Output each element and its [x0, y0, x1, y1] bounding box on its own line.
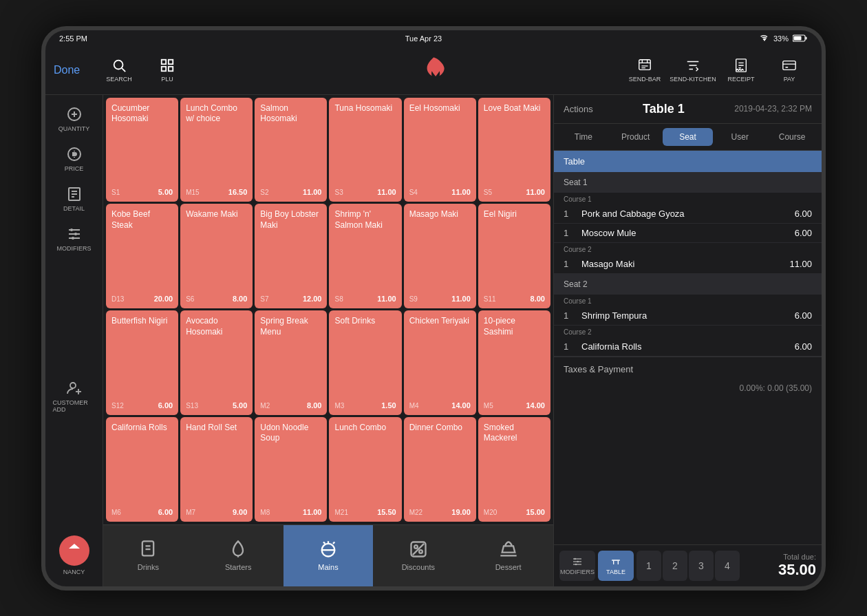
send-bar-item[interactable]: SEND-BAR — [621, 50, 669, 91]
menu-item[interactable]: Cucumber Hosomaki S1 5.00 — [106, 98, 178, 202]
menu-item[interactable]: Big Boy Lobster Maki S7 12.00 — [255, 204, 327, 308]
tab-time[interactable]: Time — [558, 128, 609, 146]
menu-item[interactable]: Kobe Beef Steak D13 20.00 — [106, 204, 178, 308]
order-name: Shrimp Tempura — [581, 310, 795, 321]
detail-item[interactable]: DETAIL — [50, 180, 98, 217]
menu-item-name: Lunch Combo w/ choice — [186, 103, 247, 186]
tab-product[interactable]: Product — [610, 128, 661, 146]
svg-rect-39 — [142, 541, 153, 555]
order-line[interactable]: 1 Moscow Mule 6.00 — [554, 224, 822, 243]
order-line[interactable]: 1 Shrimp Tempura 6.00 — [554, 306, 822, 326]
price-item[interactable]: PRICE — [50, 140, 98, 178]
category-starters[interactable]: Starters — [193, 525, 283, 586]
menu-item[interactable]: Udon Noodle Soup M8 11.00 — [255, 417, 327, 522]
menu-item[interactable]: Lunch Combo w/ choice M15 16.50 — [180, 98, 253, 202]
seat-2-button[interactable]: 2 — [663, 551, 687, 581]
category-bar: DrinksStartersMainsDiscountsDessert — [103, 524, 553, 586]
quantity-item[interactable]: QUANTITY — [50, 100, 98, 138]
nancy-label: NANCY — [63, 569, 85, 575]
plu-nav-item[interactable]: PLU — [143, 50, 191, 91]
send-kitchen-item[interactable]: SEND-KITCHEN — [669, 50, 717, 91]
menu-item[interactable]: Soft Drinks M3 1.50 — [329, 310, 401, 415]
menu-item[interactable]: Butterfish Nigiri S12 6.00 — [106, 310, 178, 415]
search-nav-item[interactable]: SEARCH — [95, 50, 143, 91]
category-discounts[interactable]: Discounts — [373, 525, 463, 586]
tab-course[interactable]: Course — [767, 128, 817, 146]
menu-item[interactable]: Tuna Hosomaki S3 11.00 — [329, 98, 401, 202]
menu-item[interactable]: Hand Roll Set M7 9.00 — [180, 417, 253, 522]
modifiers-item[interactable]: MODIFIERS — [50, 220, 98, 257]
menu-item[interactable]: Chicken Teriyaki M4 14.00 — [404, 310, 476, 415]
svg-rect-6 — [169, 60, 173, 64]
menu-item[interactable]: Avocado Hosomaki S13 5.00 — [180, 310, 253, 415]
customer-add-item[interactable]: CUSTOMER ADD — [50, 374, 98, 418]
menu-item-price: 16.50 — [228, 188, 248, 196]
tab-user[interactable]: User — [714, 128, 765, 146]
category-drinks[interactable]: Drinks — [103, 525, 193, 586]
table-bottom-btn[interactable]: TABLE — [598, 551, 634, 581]
table-bottom-label: TABLE — [606, 569, 625, 575]
menu-item[interactable]: Eel Nigiri S11 8.00 — [478, 204, 550, 308]
table-bottom-icon — [610, 556, 621, 567]
menu-item-code: S11 — [484, 295, 496, 303]
menu-item-price: 8.00 — [233, 295, 247, 303]
receipt-item[interactable]: RECEIPT — [717, 50, 765, 91]
menu-item-footer: M6 6.00 — [111, 508, 173, 516]
menu-item[interactable]: Shrimp 'n' Salmon Maki S8 11.00 — [329, 204, 401, 308]
menu-item-code: M8 — [260, 509, 270, 516]
menu-item[interactable]: Salmon Hosomaki S2 11.00 — [255, 98, 327, 202]
menu-item-name: Kobe Beef Steak — [111, 209, 173, 292]
menu-item-name: Spring Break Menu — [260, 316, 321, 399]
order-name: Pork and Cabbage Gyoza — [581, 209, 795, 219]
done-button[interactable]: Done — [54, 64, 95, 76]
menu-item-footer: S13 5.00 — [186, 401, 247, 410]
menu-item[interactable]: Love Boat Maki S5 11.00 — [478, 98, 550, 202]
menu-item-price: 9.00 — [233, 508, 247, 516]
menu-item[interactable]: Eel Hosomaki S4 11.00 — [404, 98, 476, 202]
svg-point-54 — [577, 560, 579, 562]
menu-item[interactable]: Dinner Combo M22 19.00 — [404, 417, 476, 522]
seat-1-button[interactable]: 1 — [636, 551, 661, 581]
menu-item[interactable]: 10-piece Sashimi M5 14.00 — [478, 310, 550, 415]
svg-point-46 — [419, 550, 422, 553]
order-line[interactable]: 1 California Rolls 6.00 — [554, 337, 822, 357]
menu-item-footer: S9 11.00 — [409, 295, 471, 303]
search-icon — [111, 58, 127, 73]
modifiers-label: MODIFIERS — [56, 245, 91, 252]
order-line[interactable]: 1 Pork and Cabbage Gyoza 6.00 — [554, 204, 822, 224]
tab-seat[interactable]: Seat — [663, 128, 714, 146]
menu-item[interactable]: Smoked Mackerel M20 15.00 — [478, 417, 550, 522]
tab-bar: TimeProductSeatUserCourse — [554, 124, 822, 151]
menu-item-name: Soft Drinks — [334, 316, 396, 399]
menu-item-code: S3 — [334, 189, 343, 196]
menu-item-price: 11.00 — [451, 295, 471, 303]
menu-item[interactable]: Wakame Maki S6 8.00 — [180, 204, 253, 308]
menu-item-price: 6.00 — [158, 508, 173, 516]
menu-item-name: Smoked Mackerel — [484, 423, 545, 505]
svg-rect-7 — [162, 67, 166, 71]
category-mains[interactable]: Mains — [283, 525, 374, 586]
menu-item[interactable]: Masago Maki S9 11.00 — [404, 204, 476, 308]
menu-item-code: S9 — [409, 295, 418, 303]
menu-item-footer: M7 9.00 — [186, 508, 247, 516]
menu-item[interactable]: Spring Break Menu M2 8.00 — [255, 310, 327, 415]
user-avatar[interactable] — [59, 535, 89, 566]
modifiers-bottom-btn[interactable]: MODIFIERS — [559, 551, 595, 581]
menu-item[interactable]: Lunch Combo M21 15.50 — [329, 417, 401, 522]
seat-4-button[interactable]: 4 — [715, 551, 740, 581]
order-price: 6.00 — [795, 341, 812, 352]
menu-item-name: Shrimp 'n' Salmon Maki — [334, 209, 396, 292]
menu-item-name: Cucumber Hosomaki — [111, 103, 173, 186]
status-date: Tue Apr 23 — [405, 34, 442, 43]
svg-rect-8 — [169, 67, 173, 71]
order-line[interactable]: 1 Masago Maki 11.00 — [554, 255, 822, 274]
pay-item[interactable]: PAY — [765, 50, 813, 91]
menu-item-price: 5.00 — [158, 188, 173, 196]
seat1-header: Seat 1 — [554, 172, 822, 193]
menu-item[interactable]: California Rolls M6 6.00 — [106, 417, 178, 522]
nav-icons: SEARCH PLU — [95, 50, 621, 91]
modifiers-icon — [66, 226, 83, 242]
category-dessert[interactable]: Dessert — [463, 525, 553, 586]
order-price: 6.00 — [795, 209, 812, 219]
seat-3-button[interactable]: 3 — [689, 551, 714, 581]
